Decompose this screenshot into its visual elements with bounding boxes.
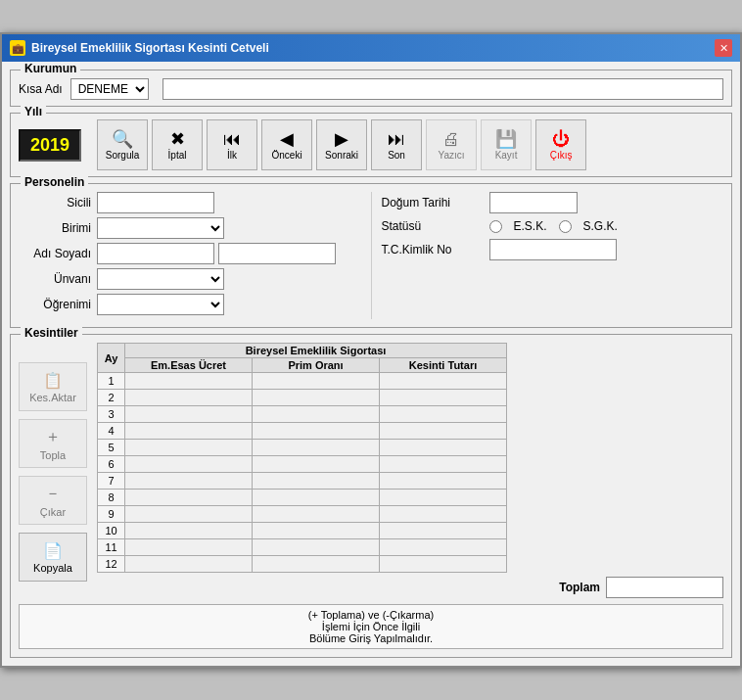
cikar-button[interactable]: － Çıkar — [19, 476, 87, 525]
em-esas-input[interactable] — [129, 540, 248, 554]
esk-radio[interactable] — [489, 220, 502, 233]
dogtarih-input[interactable] — [489, 192, 578, 213]
em-esas-cell[interactable] — [125, 423, 253, 440]
kesinti-tutari-input[interactable] — [384, 507, 502, 521]
prim-orani-cell[interactable] — [253, 523, 380, 539]
kesinti-tutari-input[interactable] — [384, 391, 502, 404]
em-esas-cell[interactable] — [125, 406, 253, 423]
em-esas-input[interactable] — [129, 557, 248, 571]
kesinti-tutari-cell[interactable] — [380, 473, 507, 490]
em-esas-cell[interactable] — [125, 556, 253, 573]
prim-orani-cell[interactable] — [253, 406, 380, 423]
em-esas-cell[interactable] — [125, 473, 253, 490]
topla-button[interactable]: ＋ Topla — [19, 419, 87, 468]
em-esas-cell[interactable] — [125, 490, 253, 506]
iptal-button[interactable]: ✖ İptal — [152, 119, 203, 170]
em-esas-input[interactable] — [129, 457, 248, 471]
kesinti-tutari-cell[interactable] — [380, 373, 507, 390]
prim-orani-cell[interactable] — [253, 440, 380, 456]
prim-orani-cell[interactable] — [253, 473, 380, 490]
unvan-select[interactable] — [97, 268, 224, 290]
close-button[interactable]: ✕ — [715, 39, 732, 57]
em-esas-cell[interactable] — [125, 456, 253, 473]
prim-orani-cell[interactable] — [253, 506, 380, 523]
kesinti-tutari-cell[interactable] — [380, 490, 507, 506]
prim-orani-input[interactable] — [256, 540, 375, 554]
prim-orani-cell[interactable] — [253, 556, 380, 573]
birim-select[interactable] — [97, 217, 224, 239]
sicil-input[interactable] — [97, 192, 214, 213]
kopyala-button[interactable]: 📄 Kopyala — [19, 533, 87, 582]
prim-orani-input[interactable] — [256, 424, 375, 438]
em-esas-cell[interactable] — [125, 390, 253, 406]
kesinti-tutari-input[interactable] — [384, 374, 502, 388]
prim-orani-cell[interactable] — [253, 373, 380, 390]
adi-input[interactable] — [97, 243, 214, 264]
cikis-button[interactable]: ⏻ Çıkış — [535, 119, 586, 170]
kesinti-tutari-cell[interactable] — [380, 456, 507, 473]
prim-orani-cell[interactable] — [253, 423, 380, 440]
prim-orani-input[interactable] — [256, 441, 375, 454]
prim-orani-input[interactable] — [256, 557, 375, 571]
em-esas-input[interactable] — [129, 524, 248, 537]
kesinti-tutari-cell[interactable] — [380, 539, 507, 556]
yazici-button[interactable]: 🖨 Yazıcı — [426, 119, 477, 170]
kesinti-tutari-cell[interactable] — [380, 556, 507, 573]
em-esas-input[interactable] — [129, 407, 248, 421]
em-esas-input[interactable] — [129, 424, 248, 438]
kesinti-tutari-input[interactable] — [384, 557, 502, 571]
kesinti-tutari-input[interactable] — [384, 441, 502, 454]
prim-orani-cell[interactable] — [253, 390, 380, 406]
kesinti-tutari-input[interactable] — [384, 407, 502, 421]
prim-orani-input[interactable] — [256, 457, 375, 471]
em-esas-cell[interactable] — [125, 539, 253, 556]
kayit-button[interactable]: 💾 Kayıt — [481, 119, 532, 170]
prim-orani-input[interactable] — [256, 507, 375, 521]
kesinti-tutari-input[interactable] — [384, 524, 502, 537]
prim-orani-input[interactable] — [256, 474, 375, 488]
kesinti-tutari-cell[interactable] — [380, 406, 507, 423]
soyadi-input[interactable] — [218, 243, 336, 264]
prim-orani-input[interactable] — [256, 490, 375, 504]
em-esas-input[interactable] — [129, 490, 248, 504]
kesinti-tutari-input[interactable] — [384, 540, 502, 554]
sonraki-button[interactable]: ▶ Sonraki — [316, 119, 367, 170]
em-esas-cell[interactable] — [125, 523, 253, 539]
em-esas-input[interactable] — [129, 441, 248, 454]
toplam-input[interactable] — [606, 577, 723, 598]
em-esas-cell[interactable] — [125, 440, 253, 456]
prim-orani-cell[interactable] — [253, 539, 380, 556]
em-esas-cell[interactable] — [125, 506, 253, 523]
sorgula-button[interactable]: 🔍 Sorgula — [97, 119, 148, 170]
kesinti-tutari-cell[interactable] — [380, 523, 507, 539]
em-esas-input[interactable] — [129, 507, 248, 521]
prim-orani-cell[interactable] — [253, 490, 380, 506]
kesinti-tutari-cell[interactable] — [380, 506, 507, 523]
prim-orani-input[interactable] — [256, 407, 375, 421]
prim-orani-input[interactable] — [256, 524, 375, 537]
kesinti-tutari-cell[interactable] — [380, 390, 507, 406]
kesinti-tutari-input[interactable] — [384, 457, 502, 471]
prim-orani-cell[interactable] — [253, 456, 380, 473]
ogrenimi-select[interactable] — [97, 294, 224, 315]
kesinti-tutari-input[interactable] — [384, 424, 502, 438]
kisa-adi-select[interactable]: DENEME — [70, 78, 149, 100]
kes-aktar-button[interactable]: 📋 Kes.Aktar — [19, 362, 87, 411]
em-esas-input[interactable] — [129, 474, 248, 488]
em-esas-input[interactable] — [129, 391, 248, 404]
ilk-button[interactable]: ⏮ İlk — [207, 119, 257, 170]
tcno-input[interactable] — [489, 239, 617, 260]
onceki-button[interactable]: ◀ Önceki — [261, 119, 312, 170]
em-esas-cell[interactable] — [125, 373, 253, 390]
sgk-radio[interactable] — [559, 220, 572, 233]
prim-orani-input[interactable] — [256, 374, 375, 388]
kesinti-tutari-input[interactable] — [384, 474, 502, 488]
son-button[interactable]: ⏭ Son — [371, 119, 422, 170]
mudurluk-input[interactable]: ............................MÜDÜRLÜĞÜ — [162, 78, 723, 100]
kesinti-tutari-cell[interactable] — [380, 423, 507, 440]
prim-orani-input[interactable] — [256, 391, 375, 404]
table-row: 12 — [98, 556, 507, 573]
kesinti-tutari-cell[interactable] — [380, 440, 507, 456]
kesinti-tutari-input[interactable] — [384, 490, 502, 504]
em-esas-input[interactable] — [129, 374, 248, 388]
